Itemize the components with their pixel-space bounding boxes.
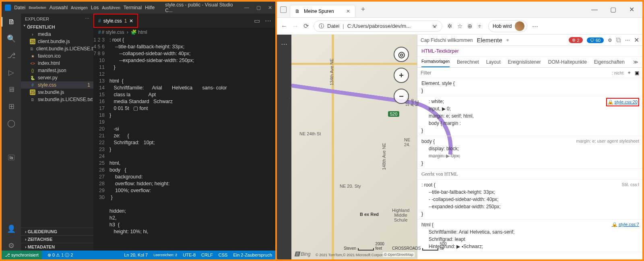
file-client.bundle.js[interactable]: JSclient.bundle.js	[21, 38, 93, 45]
menu-auswahl[interactable]: Auswahl	[50, 5, 68, 10]
forward-icon[interactable]: →	[292, 23, 299, 30]
tab-formatvorlagen[interactable]: Formatvorlagen	[421, 59, 450, 67]
new-rule-icon[interactable]: ＋	[627, 69, 632, 76]
error-badge[interactable]: ⊗ 2	[569, 37, 583, 43]
window-minimize-icon[interactable]: —	[587, 6, 602, 13]
split-editor-icon[interactable]: ▭	[254, 17, 260, 25]
status-branch[interactable]: ⎇ synchronisiert	[2, 251, 42, 259]
tab-close-icon[interactable]: ✕	[346, 8, 350, 14]
selected-element[interactable]: HTML-Textkörper	[417, 46, 642, 57]
reload-icon[interactable]: ⟳	[303, 22, 309, 30]
performance-icon[interactable]: ᯤ	[477, 23, 483, 29]
window-maximize-icon[interactable]: ▢	[605, 6, 621, 13]
extensions-icon[interactable]: ✲	[447, 23, 452, 30]
vscode-menu[interactable]: Datei Bearbeiten Auswahl Anzeigen Los Au…	[14, 5, 155, 10]
section-gliederung[interactable]: › GLIEDERUNG	[21, 228, 93, 235]
devtools-more-icon[interactable]: ⋯	[625, 37, 630, 43]
style-rules[interactable]: Element. style {}🔒style.css:20 : white; …	[417, 78, 642, 259]
favorites-icon[interactable]: ☆	[457, 23, 462, 30]
menu-ausfuehren[interactable]: Ausführen	[102, 6, 120, 10]
tabs-overflow-icon[interactable]: ≫	[633, 59, 638, 67]
profile-button[interactable]: Hob wird	[488, 20, 527, 32]
search-icon[interactable]: 🔍	[6, 34, 16, 44]
menu-los[interactable]: Los	[91, 5, 99, 10]
file-style.css[interactable]: #style.css1	[21, 81, 93, 89]
favorite-icon[interactable]: ⩖	[432, 23, 437, 29]
tab-close-icon[interactable]: ✕	[129, 18, 133, 24]
menu-datei[interactable]: Datei	[14, 5, 25, 10]
zoom-in-icon[interactable]: +	[394, 68, 409, 83]
breadcrumb[interactable]: ## style.css › 🧩 html	[93, 28, 275, 37]
file-index.html[interactable]: <>index.html	[21, 60, 93, 67]
map-view[interactable]: 520 B ex Red HighlandMiddleSchule NE 20.…	[291, 35, 417, 259]
status-lang[interactable]: CSS	[219, 253, 228, 257]
devtools-dock-icon[interactable]: ⿻	[616, 37, 621, 43]
tab-berechnet[interactable]: Berechnet	[457, 59, 479, 67]
new-tab-icon[interactable]: +	[359, 5, 368, 14]
tab-manager-icon[interactable]	[280, 6, 287, 13]
menu-terminal[interactable]: Terminal	[124, 5, 142, 10]
tab-eigenschaften[interactable]: Eigenschaften	[594, 59, 625, 67]
status-spaces[interactable]: Leerzeichen: 2	[153, 253, 177, 257]
account-icon[interactable]: 👤	[6, 224, 16, 234]
locate-icon[interactable]: ◎	[394, 47, 409, 62]
toggle-classes-icon[interactable]: ▣	[635, 70, 639, 76]
info-icon[interactable]: ⓘ	[319, 23, 324, 30]
code-area[interactable]: 1 2 3 4 5 6 7 8 9 10 11 12 13 14 15 16 1…	[93, 37, 275, 251]
git-icon[interactable]: ⎇	[6, 51, 16, 60]
status-magic[interactable]: Ein 2-Zauberspruch	[233, 253, 272, 257]
status-problems[interactable]: ⊗ 0 ⚠ 1 ⓘ 2	[47, 252, 73, 258]
tab-dom-haltepunkte[interactable]: DOM-Haltepunkte	[548, 59, 587, 67]
window-minimize-icon[interactable]: —	[244, 5, 249, 10]
window-maximize-icon[interactable]: ▢	[256, 5, 261, 10]
tab-ereignislistener[interactable]: Ereignislistener	[508, 59, 541, 67]
back-icon[interactable]: ←	[281, 23, 287, 30]
menu-hilfe[interactable]: Hilfe	[145, 5, 155, 10]
zoom-out-icon[interactable]: −	[394, 89, 409, 104]
more-icon[interactable]: ⋯	[532, 23, 538, 30]
file-sw.bundle.js.LICENSE.txt[interactable]: 🗎sw.bundle.js.LICENSE.txt	[21, 96, 93, 103]
status-encoding[interactable]: UTE-8	[183, 253, 196, 257]
status-eol[interactable]: CRLF	[201, 253, 213, 257]
menu-anzeigen[interactable]: Anzeigen	[71, 6, 88, 10]
folder-root[interactable]: ˅ ÖFFENTLICH	[21, 24, 93, 31]
debug-icon[interactable]: ▷	[6, 68, 16, 77]
window-close-icon[interactable]: ✕	[268, 5, 272, 10]
sidebar-more-icon[interactable]: ⋯	[281, 40, 287, 48]
info-badge[interactable]: 🗩 60	[587, 37, 604, 43]
status-position[interactable]: Ln 20, Kol 7	[124, 253, 148, 257]
file-media[interactable]: ›media	[21, 31, 93, 38]
file-favicon.ico[interactable]: ★favicon.ico	[21, 52, 93, 60]
editor-more-icon[interactable]: ⋯	[265, 17, 271, 25]
explorer-more-icon[interactable]: ⋯	[85, 16, 89, 21]
editor: # style.css 1 ✕ ▭ ⋯ ## style.css › 🧩 htm…	[93, 14, 275, 251]
file-client.bundle.js.LICENSE.txt[interactable]: 🗎client.bundle.js.LICENSE.txt	[21, 45, 93, 52]
collections-icon[interactable]: ⊕	[467, 23, 473, 30]
browser-tab[interactable]: 🗎 Meine Spuren ✕	[290, 5, 355, 18]
remote-icon[interactable]: 🖥	[6, 85, 16, 94]
devtools-tab-elements[interactable]: Elemente	[477, 37, 502, 44]
section-zeitachse[interactable]: › ZEITACHSE	[21, 235, 93, 243]
filter-hov[interactable]: : nicht	[612, 70, 623, 75]
vscode-titlebar[interactable]: Datei Bearbeiten Auswahl Anzeigen Los Au…	[2, 2, 275, 14]
devtools-close-icon[interactable]: ✕	[634, 36, 639, 44]
la-badge[interactable]: la	[8, 155, 15, 160]
globe-icon[interactable]: ◯	[6, 118, 16, 128]
file-manifest.json[interactable]: {}manifest.json	[21, 67, 93, 74]
file-server.py[interactable]: 🐍server.py	[21, 74, 93, 81]
window-close-icon[interactable]: ✕	[624, 6, 639, 13]
file-sw.bundle.js[interactable]: JSsw.bundle.js	[21, 89, 93, 96]
explorer-icon[interactable]: 🗎	[2, 17, 21, 27]
address-bar[interactable]: ⓘ Datei | C:/Users/pabrosse/dev/m... ⩖	[314, 21, 442, 32]
tab-layout[interactable]: Layout	[486, 59, 501, 67]
tab-style-css[interactable]: # style.css 1 ✕	[93, 14, 138, 28]
devtools-add-tab-icon[interactable]: +	[506, 37, 509, 43]
filter-input[interactable]	[421, 70, 609, 76]
map-label: 134th Ave NE	[329, 58, 334, 85]
section-metadaten[interactable]: › METADATEN	[21, 243, 93, 251]
devtools-gear-icon[interactable]: ⚙	[608, 37, 612, 43]
gear-icon[interactable]: ⚙	[6, 241, 16, 251]
extension-icon[interactable]: ⊞	[6, 102, 16, 111]
devtools-welcome[interactable]: Cap Fidschi willkommen	[421, 37, 473, 43]
menu-bearbeiten[interactable]: Bearbeiten	[29, 6, 46, 10]
